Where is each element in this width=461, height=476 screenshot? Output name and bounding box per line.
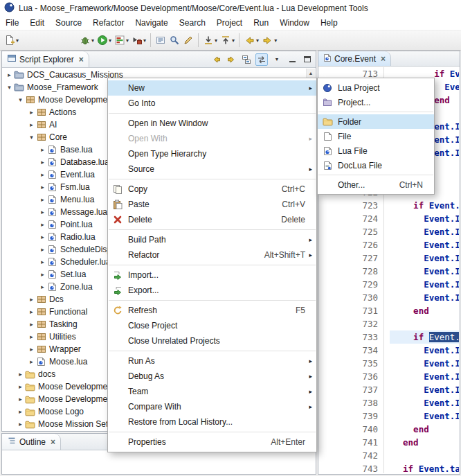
menu-window[interactable]: Window: [274, 16, 315, 30]
dropdown-caret-icon[interactable]: ▾: [16, 37, 19, 44]
chevron-right-icon[interactable]: ▸: [28, 121, 35, 128]
chevron-right-icon[interactable]: ▸: [39, 159, 46, 166]
menu-run[interactable]: Run: [248, 16, 274, 30]
code-line-738[interactable]: 738 Event.IniTypeName = Event.IniGroup:G…: [319, 396, 459, 409]
menu-item-build-path[interactable]: Build Path▸: [108, 232, 316, 247]
menu-item-close-unrelated-projects[interactable]: Close Unrelated Projects: [108, 333, 316, 349]
chevron-right-icon[interactable]: ▸: [17, 383, 24, 390]
code-line-731[interactable]: 731 end: [319, 304, 459, 317]
code-line-732[interactable]: 732: [319, 317, 459, 330]
menu-item-team[interactable]: Team▸: [108, 384, 316, 399]
menu-item-debug-as[interactable]: Debug As▸: [108, 369, 316, 384]
dropdown-caret-icon[interactable]: ▾: [274, 37, 277, 44]
menu-search[interactable]: Search: [174, 16, 211, 30]
back-arrow-icon[interactable]: [210, 53, 222, 66]
dropdown-caret-icon[interactable]: ▾: [143, 37, 146, 44]
chevron-right-icon[interactable]: ▸: [39, 171, 46, 178]
menu-item-new[interactable]: New▸: [108, 80, 316, 96]
menu-item-go-into[interactable]: Go Into: [108, 96, 316, 111]
dropdown-caret-icon[interactable]: ▾: [109, 37, 111, 44]
menu-item-project[interactable]: Project...: [318, 95, 434, 109]
chevron-right-icon[interactable]: ▸: [28, 346, 35, 353]
collapse-all-icon[interactable]: [240, 53, 253, 66]
tab-core-event[interactable]: Core.Event ×: [318, 51, 391, 66]
menu-refactor[interactable]: Refactor: [87, 16, 129, 30]
dropdown-caret-icon[interactable]: ▾: [215, 37, 217, 44]
chevron-right-icon[interactable]: ▸: [39, 258, 46, 265]
chevron-right-icon[interactable]: ▸: [39, 233, 46, 240]
chevron-right-icon[interactable]: ▸: [17, 421, 24, 427]
code-line-742[interactable]: 742: [319, 449, 459, 462]
code-line-737[interactable]: 737 Event.IniCoalition = Event.IniGroup:…: [319, 383, 459, 396]
menu-item-paste[interactable]: PasteCtrl+V: [108, 197, 316, 212]
new-wizard-button[interactable]: ▾: [3, 32, 20, 49]
menu-item-source[interactable]: Source▸: [108, 161, 316, 177]
code-line-734[interactable]: 734 Event.IniGroup = GROUP:Find( Event.I…: [319, 344, 459, 357]
menu-item-restore-from-local-history[interactable]: Restore from Local History...: [108, 414, 316, 430]
menu-item-refactor[interactable]: RefactorAlt+Shift+T▸: [108, 247, 316, 263]
maximize-icon[interactable]: [301, 53, 314, 66]
dropdown-caret-icon[interactable]: ▾: [256, 37, 259, 44]
menu-item-copy[interactable]: CopyCtrl+C: [108, 182, 316, 197]
search-button[interactable]: [168, 32, 181, 49]
code-line-724[interactable]: 724 Event.IniUnit = UNIT:Find( Event.Ini…: [319, 212, 459, 225]
coverage-button[interactable]: ▾: [113, 32, 130, 49]
code-line-735[interactable]: 735 Event.IniGroupName = Event.IniDCSGro…: [319, 357, 459, 370]
chevron-right-icon[interactable]: ▸: [6, 71, 13, 78]
menu-project[interactable]: Project: [211, 16, 248, 30]
previous-annotation-button[interactable]: ▾: [219, 32, 236, 49]
menu-edit[interactable]: Edit: [24, 16, 50, 30]
menu-item-folder[interactable]: Folder: [318, 114, 434, 129]
forward-button[interactable]: ▾: [260, 32, 278, 49]
menu-item-run-as[interactable]: Run As▸: [108, 353, 316, 369]
chevron-right-icon[interactable]: ▸: [39, 146, 46, 153]
code-line-725[interactable]: 725 Event.IniUnitName = Event.IniUnit:Ge…: [319, 225, 459, 238]
chevron-right-icon[interactable]: ▸: [39, 271, 46, 278]
next-annotation-button[interactable]: ▾: [201, 32, 219, 49]
forward-arrow-icon[interactable]: [225, 53, 237, 66]
close-icon[interactable]: ×: [51, 437, 55, 447]
menu-source[interactable]: Source: [50, 16, 87, 30]
minimize-icon[interactable]: [286, 53, 298, 66]
chevron-right-icon[interactable]: ▸: [28, 321, 35, 328]
menu-file[interactable]: File: [0, 16, 24, 30]
menu-item-lua-file[interactable]: Lua File: [318, 143, 434, 158]
menu-help[interactable]: Help: [315, 16, 343, 30]
chevron-right-icon[interactable]: ▸: [17, 408, 24, 415]
code-line-723[interactable]: 723 if Event.IniDCSUnit then: [319, 199, 459, 212]
code-line-739[interactable]: 739 Event.IniSize = Event.IniGroup:GetSi…: [319, 409, 459, 423]
code-line-729[interactable]: 729 Event.IniCoalition = Event.IniUnit:G…: [319, 278, 459, 291]
menu-item-properties[interactable]: PropertiesAlt+Enter: [108, 434, 316, 450]
chevron-right-icon[interactable]: ▸: [39, 246, 46, 253]
code-line-743[interactable]: 743 if Event.target then: [319, 462, 459, 473]
menu-item-export[interactable]: Export...: [108, 283, 316, 298]
menu-item-open-type-hierarchy[interactable]: Open Type Hierarchy: [108, 146, 316, 161]
close-icon[interactable]: ×: [79, 55, 84, 64]
last-edit-location-button[interactable]: [181, 32, 195, 49]
scroll-up-icon[interactable]: ▲: [307, 69, 315, 78]
menu-item-lua-project[interactable]: Lua Project: [318, 80, 434, 95]
menu-item-compare-with[interactable]: Compare With▸: [108, 399, 316, 414]
code-line-726[interactable]: 726 Event.IniGroup = Event.IniUnit:GetGr…: [319, 238, 459, 252]
menu-navigate[interactable]: Navigate: [129, 16, 173, 30]
code-line-733[interactable]: 733 if Event.IniDCSGroup then: [319, 330, 459, 344]
run-button[interactable]: ▾: [96, 32, 113, 49]
code-line-740[interactable]: 740 end: [319, 423, 459, 436]
menu-item-import[interactable]: Import...: [108, 267, 316, 283]
menu-item-other[interactable]: Other...Ctrl+N: [318, 177, 434, 192]
chevron-down-icon[interactable]: ▾: [17, 96, 24, 103]
close-icon[interactable]: ×: [381, 54, 386, 64]
back-button[interactable]: ▾: [242, 32, 260, 49]
dropdown-caret-icon[interactable]: ▾: [232, 37, 235, 44]
menu-item-open-in-new-window[interactable]: Open in New Window: [108, 116, 316, 131]
code-line-727[interactable]: 727 Event.IniGroupName = Event.IniDCSGro…: [319, 252, 459, 265]
menu-item-delete[interactable]: DeleteDelete: [108, 212, 316, 227]
code-line-730[interactable]: 730 Event.IniCategory = Event.IniUnit:Ge…: [319, 291, 459, 304]
chevron-right-icon[interactable]: ▸: [17, 371, 24, 378]
debug-button[interactable]: ▾: [78, 32, 96, 49]
link-with-editor-icon[interactable]: [255, 53, 268, 66]
chevron-right-icon[interactable]: ▸: [28, 308, 35, 315]
code-line-728[interactable]: 728 Event.IniPlayerName = Event.IniUnit:…: [319, 265, 459, 278]
open-type-button[interactable]: [154, 32, 168, 49]
chevron-right-icon[interactable]: ▸: [39, 184, 46, 191]
